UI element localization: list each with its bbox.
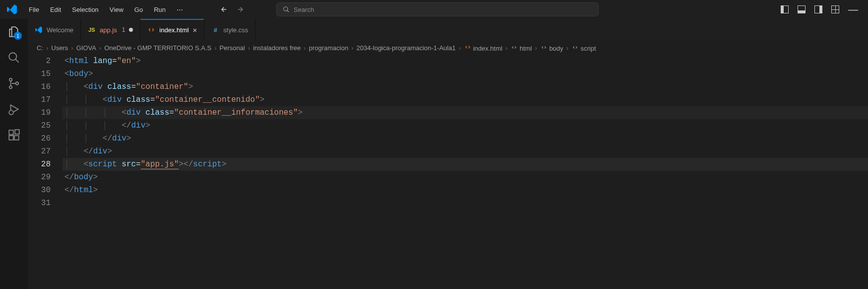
explorer-icon[interactable]: 1	[7, 25, 21, 39]
svg-rect-6	[9, 130, 13, 135]
breadcrumb-folder[interactable]: programacion	[309, 44, 349, 52]
menu-view[interactable]: View	[105, 3, 128, 16]
nav-forward-icon[interactable]	[237, 5, 246, 14]
symbol-icon	[510, 44, 518, 51]
line-number: 28	[28, 158, 51, 171]
svg-rect-8	[14, 136, 19, 140]
svg-rect-7	[9, 136, 13, 140]
line-number: 29	[28, 171, 51, 184]
search-activity-icon[interactable]	[7, 51, 21, 65]
source-control-icon[interactable]	[7, 76, 21, 90]
code-line[interactable]: │ │ │ <div class="container__informacion…	[62, 106, 868, 119]
tab-label: Welcome	[47, 26, 73, 34]
tab-appjs[interactable]: JS app.js 1	[81, 19, 140, 41]
svg-point-5	[9, 110, 13, 115]
breadcrumb-folder[interactable]: OneDrive - GMP TERRITORIO S.A.S	[104, 44, 211, 52]
window-minimize-icon[interactable]: —	[848, 5, 858, 13]
html-file-icon	[464, 43, 471, 51]
line-number: 17	[28, 93, 51, 106]
line-number: 31	[28, 197, 51, 210]
svg-point-0	[284, 7, 288, 11]
menu-more-icon[interactable]: ⋯	[172, 3, 188, 16]
vscode-logo-icon	[6, 3, 18, 15]
customize-layout-icon[interactable]	[831, 5, 839, 13]
toggle-sidebar-right-icon[interactable]	[814, 5, 822, 13]
title-bar: File Edit Selection View Go Run ⋯ Search…	[0, 0, 868, 19]
activity-bar: 1	[0, 19, 28, 289]
line-number: 27	[28, 145, 51, 158]
breadcrumb-node[interactable]: html	[510, 44, 532, 52]
breadcrumb-folder[interactable]: Users	[51, 44, 68, 52]
svg-rect-9	[15, 130, 19, 134]
svg-point-1	[9, 53, 16, 60]
search-placeholder: Search	[294, 6, 314, 13]
breadcrumb-folder[interactable]: 2034-logica-programacion-1-Aula1	[357, 44, 456, 52]
code-line[interactable]: │ │ <div class="container__contenido">	[62, 93, 868, 106]
explorer-badge: 1	[14, 32, 22, 40]
code-line[interactable]: │ │ </div>	[62, 132, 868, 145]
js-file-icon: JS	[88, 26, 96, 34]
close-icon[interactable]: ×	[193, 26, 197, 34]
titlebar-layout-controls: —	[781, 5, 864, 13]
line-number: 16	[28, 80, 51, 93]
breadcrumb-node[interactable]: body	[540, 44, 563, 52]
code-line[interactable]: </body>	[62, 171, 868, 184]
breadcrumb-folder[interactable]: C:	[37, 44, 43, 52]
search-input[interactable]: Search	[276, 2, 599, 16]
extensions-icon[interactable]	[7, 128, 21, 142]
code-line[interactable]: </html>	[62, 184, 868, 197]
tab-label: app.js	[100, 26, 117, 34]
line-gutter: 21516171925262728293031	[28, 55, 62, 289]
toggle-sidebar-left-icon[interactable]	[781, 5, 789, 13]
breadcrumb-folder[interactable]: GIOVA	[76, 44, 96, 52]
html-file-icon	[147, 26, 155, 34]
code-line[interactable]: │ <div class="container">	[62, 80, 868, 93]
run-debug-icon[interactable]	[7, 102, 21, 116]
svg-point-4	[16, 82, 18, 84]
line-number: 30	[28, 184, 51, 197]
menu-go[interactable]: Go	[129, 3, 148, 16]
nav-arrows	[219, 5, 246, 14]
code-line[interactable]: │ </div>	[62, 145, 868, 158]
line-number: 25	[28, 119, 51, 132]
symbol-icon	[571, 44, 579, 51]
breadcrumb-folder[interactable]: instaladores free	[253, 44, 301, 52]
symbol-icon	[540, 44, 548, 51]
menu-selection[interactable]: Selection	[67, 3, 103, 16]
line-number: 15	[28, 68, 51, 80]
menu-edit[interactable]: Edit	[45, 3, 66, 16]
nav-back-icon[interactable]	[219, 5, 228, 14]
code-content[interactable]: <html lang="en"><body>│ <div class="cont…	[62, 55, 868, 289]
tab-label: index.html	[159, 26, 188, 34]
tab-problem-count: 1	[122, 26, 125, 33]
code-line[interactable]: <body>	[62, 68, 868, 80]
menu-file[interactable]: File	[24, 3, 44, 16]
code-line[interactable]	[62, 197, 868, 210]
tab-welcome[interactable]: Welcome	[28, 19, 81, 41]
css-file-icon: #	[211, 26, 219, 34]
breadcrumb-file[interactable]: index.html	[464, 43, 502, 52]
breadcrumb-folder[interactable]: Personal	[220, 44, 245, 52]
code-line[interactable]: │ │ │ </div>	[62, 119, 868, 132]
tab-style-css[interactable]: # style.css	[204, 19, 255, 41]
search-icon	[283, 6, 290, 13]
toggle-panel-icon[interactable]	[798, 5, 806, 13]
code-line[interactable]: │ <script src="app.js"></script>	[62, 158, 868, 171]
code-line[interactable]: <html lang="en">	[62, 55, 868, 68]
tab-index-html[interactable]: index.html ×	[140, 19, 204, 41]
menu-run[interactable]: Run	[149, 3, 171, 16]
svg-point-3	[9, 86, 12, 88]
line-number: 26	[28, 132, 51, 145]
tabs-bar: Welcome JS app.js 1 index.html × # style…	[28, 19, 868, 41]
line-number: 19	[28, 106, 51, 119]
tab-label: style.css	[223, 26, 248, 34]
line-number: 2	[28, 55, 51, 68]
breadcrumb-node[interactable]: script	[571, 44, 596, 52]
tab-dirty-dot-icon	[129, 28, 133, 32]
svg-point-2	[9, 78, 12, 81]
breadcrumbs[interactable]: C:›Users›GIOVA›OneDrive - GMP TERRITORIO…	[28, 41, 868, 55]
code-editor[interactable]: 21516171925262728293031 <html lang="en">…	[28, 55, 868, 289]
vscode-logo-icon	[35, 26, 43, 34]
